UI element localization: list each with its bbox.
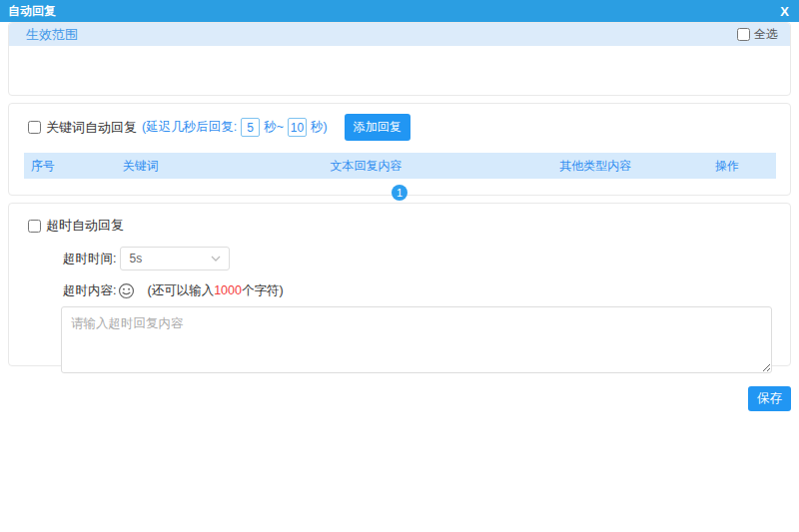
timeout-reply-label: 超时自动回复 [46,217,124,235]
select-all-label: 全选 [754,26,778,43]
delay-unit-between: 秒~ [264,119,284,136]
scope-section: 生效范围 全选 [8,22,791,96]
dialog-footer: 保存 [8,386,791,411]
remaining-prefix: (还可以输入 [147,283,214,297]
delay-unit-after: 秒) [311,119,328,136]
save-button[interactable]: 保存 [748,386,791,411]
remaining-suffix: 个字符) [242,283,284,297]
column-header-keyword: 关键词 [62,158,220,175]
scope-section-title: 生效范围 [26,26,78,44]
timeout-time-select[interactable]: 5s [120,247,230,270]
scope-section-header: 生效范围 全选 [9,23,790,46]
select-all-option[interactable]: 全选 [737,26,778,43]
column-header-index: 序号 [24,158,62,175]
timeout-time-label: 超时时间: [63,251,116,267]
smiley-face-icon[interactable] [118,282,135,299]
timeout-time-value: 5s [129,252,142,266]
timeout-content-row: 超时内容: (还可以输入1000个字符) [63,282,790,299]
timeout-time-row: 超时时间: 5s [63,247,790,270]
timeout-reply-controls: 超时自动回复 [9,204,790,235]
column-header-text-reply: 文本回复内容 [220,158,513,175]
close-icon[interactable]: X [780,5,789,18]
dialog-title: 自动回复 [8,3,56,20]
column-header-other-content: 其他类型内容 [512,158,678,175]
select-all-checkbox[interactable] [737,28,750,41]
chevron-down-icon [211,254,221,264]
timeout-reply-textarea[interactable] [61,306,772,373]
timeout-reply-section: 超时自动回复 超时时间: 5s 超时内容: (还可以输入1000个字符) [8,203,791,366]
timeout-reply-checkbox[interactable] [28,220,41,233]
add-reply-button[interactable]: 添加回复 [345,114,410,141]
keyword-reply-checkbox[interactable] [28,121,41,134]
column-header-actions: 操作 [678,158,776,175]
keyword-reply-controls: 关键词自动回复 (延迟几秒后回复: 秒~ 秒) 添加回复 [9,104,790,141]
keyword-reply-label: 关键词自动回复 [46,119,137,137]
dialog-titlebar: 自动回复 X [0,0,799,22]
remaining-count: 1000 [214,283,242,297]
delay-min-input[interactable] [241,118,260,137]
delay-note-prefix: (延迟几秒后回复: [142,119,237,136]
keyword-reply-section: 关键词自动回复 (延迟几秒后回复: 秒~ 秒) 添加回复 序号 关键词 文本回复… [8,103,791,196]
remaining-chars-note: (还可以输入1000个字符) [147,282,283,299]
pagination: 1 [9,185,790,201]
page-1-button[interactable]: 1 [392,185,407,201]
timeout-content-label: 超时内容: [63,282,116,299]
delay-max-input[interactable] [288,118,307,137]
keyword-table-header: 序号 关键词 文本回复内容 其他类型内容 操作 [24,153,776,179]
